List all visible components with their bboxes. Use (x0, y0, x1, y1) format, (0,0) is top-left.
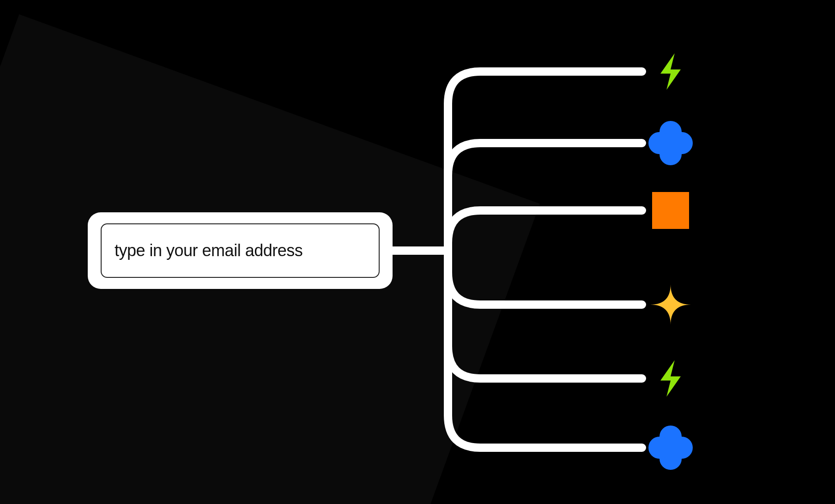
svg-point-4 (660, 132, 682, 154)
svg-point-0 (660, 121, 682, 143)
branch-bolt-green-2 (448, 251, 642, 378)
bolt-icon (660, 360, 681, 396)
branch-flower-blue-2 (448, 251, 642, 448)
flower-icon (648, 121, 693, 165)
svg-point-2 (648, 132, 671, 154)
square-icon (652, 192, 689, 229)
branch-flower-blue-1 (448, 143, 642, 251)
branch-square-orange (448, 210, 642, 251)
svg-point-9 (660, 437, 682, 459)
svg-point-1 (660, 143, 682, 165)
email-card: type in your email address (88, 212, 393, 289)
email-input[interactable]: type in your email address (101, 223, 380, 278)
branch-sparkle-yellow (448, 251, 642, 305)
svg-point-8 (671, 437, 693, 459)
svg-point-7 (648, 437, 671, 459)
bolt-icon (660, 53, 681, 90)
svg-point-3 (671, 132, 693, 154)
svg-point-5 (660, 426, 682, 448)
diagram-canvas: type in your email address (0, 0, 835, 504)
flower-icon (648, 426, 693, 470)
sparkle-icon (650, 284, 691, 325)
svg-point-6 (660, 448, 682, 470)
branch-bolt-green-1 (448, 72, 642, 251)
email-placeholder: type in your email address (115, 241, 303, 260)
